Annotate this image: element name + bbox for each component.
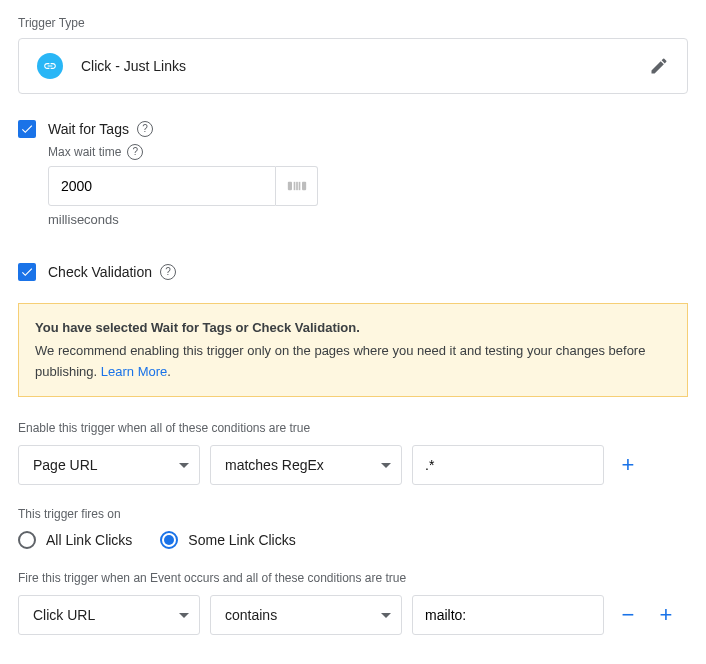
check-validation-checkbox[interactable] [18, 263, 36, 281]
svg-rect-1 [293, 182, 295, 190]
warning-heading: You have selected Wait for Tags or Check… [35, 318, 671, 339]
add-condition-button[interactable]: + [652, 595, 680, 635]
svg-rect-3 [298, 182, 300, 190]
add-condition-button[interactable]: + [614, 445, 642, 485]
enable-conditions-row: Page URL matches RegEx + [18, 445, 688, 485]
caret-down-icon [179, 463, 189, 468]
link-icon [37, 53, 63, 79]
warning-box: You have selected Wait for Tags or Check… [18, 303, 688, 397]
radio-all-link-clicks[interactable]: All Link Clicks [18, 531, 132, 549]
help-icon[interactable]: ? [127, 144, 143, 160]
remove-condition-button[interactable]: − [614, 595, 642, 635]
fire-value-input[interactable] [412, 595, 604, 635]
svg-rect-4 [302, 182, 306, 190]
trigger-type-card[interactable]: Click - Just Links [18, 38, 688, 94]
check-validation-label: Check Validation [48, 264, 152, 280]
enable-variable-select[interactable]: Page URL [18, 445, 200, 485]
edit-icon[interactable] [649, 56, 669, 76]
svg-rect-0 [287, 182, 291, 190]
help-icon[interactable]: ? [160, 264, 176, 280]
enable-operator-select[interactable]: matches RegEx [210, 445, 402, 485]
fire-operator-select[interactable]: contains [210, 595, 402, 635]
variable-picker-button[interactable] [276, 166, 318, 206]
radio-some-link-clicks[interactable]: Some Link Clicks [160, 531, 295, 549]
fire-variable-select[interactable]: Click URL [18, 595, 200, 635]
fire-conditions-row: Click URL contains − + [18, 595, 688, 635]
trigger-type-label: Trigger Type [18, 16, 688, 30]
check-validation-row: Check Validation ? [18, 263, 688, 281]
help-icon[interactable]: ? [137, 121, 153, 137]
enable-conditions-label: Enable this trigger when all of these co… [18, 421, 688, 435]
milliseconds-label: milliseconds [48, 212, 688, 227]
trigger-type-name: Click - Just Links [81, 58, 186, 74]
enable-value-input[interactable] [412, 445, 604, 485]
caret-down-icon [381, 613, 391, 618]
caret-down-icon [179, 613, 189, 618]
fires-on-label: This trigger fires on [18, 507, 688, 521]
caret-down-icon [381, 463, 391, 468]
radio-off-icon [18, 531, 36, 549]
svg-rect-2 [296, 182, 298, 190]
radio-on-icon [160, 531, 178, 549]
learn-more-link[interactable]: Learn More [101, 364, 167, 379]
fires-on-radio-group: All Link Clicks Some Link Clicks [18, 531, 688, 549]
wait-for-tags-checkbox[interactable] [18, 120, 36, 138]
wait-for-tags-label: Wait for Tags [48, 121, 129, 137]
fire-conditions-label: Fire this trigger when an Event occurs a… [18, 571, 688, 585]
max-wait-time-label: Max wait time ? [48, 144, 688, 160]
max-wait-time-input[interactable] [48, 166, 276, 206]
wait-for-tags-row: Wait for Tags ? [18, 120, 688, 138]
